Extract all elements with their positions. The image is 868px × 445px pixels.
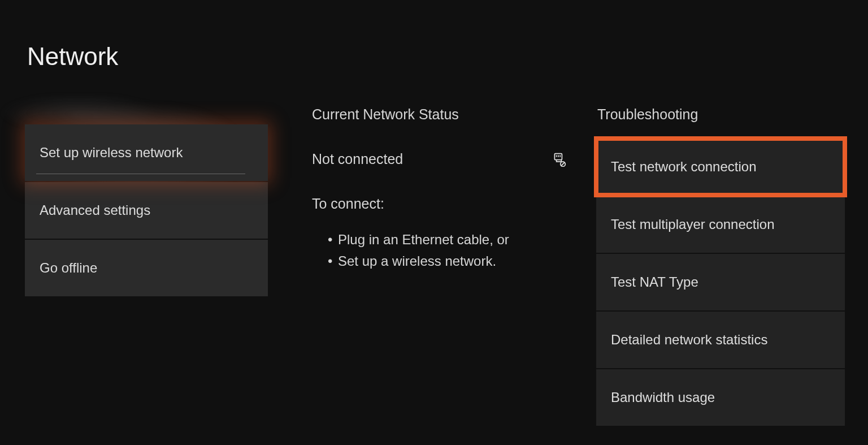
status-heading: Current Network Status: [312, 106, 572, 123]
left-column: Set up wireless network Advanced setting…: [25, 124, 268, 297]
connect-instructions: •Plug in an Ethernet cable, or •Set up a…: [312, 229, 572, 273]
advanced-settings-button[interactable]: Advanced settings: [25, 182, 268, 239]
test-nat-type-button[interactable]: Test NAT Type: [596, 254, 845, 310]
connect-heading: To connect:: [312, 196, 572, 212]
button-label: Test network connection: [611, 159, 756, 174]
button-label: Test multiplayer connection: [611, 217, 774, 232]
button-label: Test NAT Type: [611, 274, 698, 290]
connect-bullet: •Plug in an Ethernet cable, or: [328, 229, 572, 250]
detailed-network-statistics-button[interactable]: Detailed network statistics: [596, 312, 845, 368]
button-label: Advanced settings: [40, 202, 150, 218]
test-network-connection-button[interactable]: Test network connection: [596, 139, 845, 195]
connect-bullet: •Set up a wireless network.: [328, 250, 572, 272]
page-title: Network: [27, 42, 118, 71]
test-multiplayer-connection-button[interactable]: Test multiplayer connection: [596, 196, 845, 253]
ethernet-disconnected-icon: [552, 152, 566, 167]
setup-wireless-network-button[interactable]: Set up wireless network: [25, 124, 268, 181]
go-offline-button[interactable]: Go offline: [25, 240, 268, 296]
button-label: Bandwidth usage: [611, 390, 715, 405]
status-column: Current Network Status Not connected To …: [312, 106, 572, 273]
svg-line-5: [561, 162, 565, 166]
button-label: Set up wireless network: [40, 145, 183, 160]
button-label: Detailed network statistics: [611, 332, 767, 347]
bandwidth-usage-button[interactable]: Bandwidth usage: [596, 369, 845, 426]
status-row: Not connected: [312, 151, 572, 167]
troubleshooting-heading: Troubleshooting: [596, 106, 845, 123]
button-label: Go offline: [40, 260, 97, 275]
connection-status-text: Not connected: [312, 151, 403, 167]
troubleshooting-column: Troubleshooting Test network connection …: [596, 106, 845, 427]
